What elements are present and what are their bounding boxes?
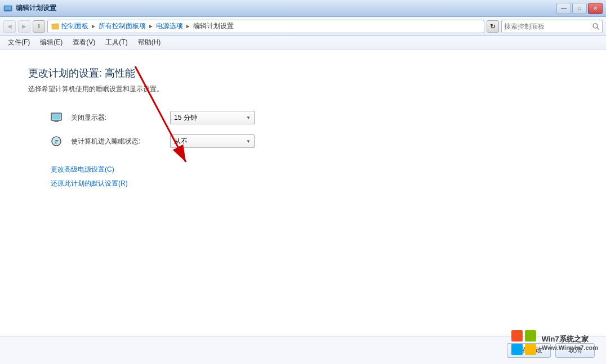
menu-bar: 文件(F) 编辑(E) 查看(V) 工具(T) 帮助(H) xyxy=(0,36,606,50)
close-button[interactable]: ✕ xyxy=(588,3,603,14)
display-label: 关闭显示器: xyxy=(71,113,161,123)
search-bar xyxy=(501,20,603,33)
links-section: 更改高级电源设置(C) 还原此计划的默认设置(R) xyxy=(51,165,578,188)
breadcrumb-part4: 编辑计划设置 xyxy=(193,21,234,31)
search-icon xyxy=(592,23,600,30)
monitor-icon xyxy=(51,112,62,123)
menu-edit[interactable]: 编辑(E) xyxy=(35,37,67,48)
window-icon xyxy=(3,4,12,13)
minimize-button[interactable]: — xyxy=(556,3,571,14)
svg-rect-1 xyxy=(5,6,11,10)
sleep-label: 使计算机进入睡眠状态: xyxy=(71,137,161,146)
breadcrumb-bar: 控制面板 ► 所有控制面板项 ► 电源选项 ► 编辑计划设置 xyxy=(47,20,484,33)
display-dropdown[interactable]: 15 分钟 ▼ xyxy=(170,111,255,124)
window-controls: — □ ✕ xyxy=(556,3,603,14)
breadcrumb-arrow-2: ► xyxy=(148,23,154,29)
up-button[interactable]: ⇧ xyxy=(33,20,45,33)
settings-section: 关闭显示器: 15 分钟 ▼ z z 使计算机进入 xyxy=(51,111,578,148)
menu-view[interactable]: 查看(V) xyxy=(68,37,100,48)
search-input[interactable] xyxy=(504,23,590,30)
svg-line-4 xyxy=(597,28,599,30)
breadcrumb-arrow-1: ► xyxy=(91,23,96,29)
menu-tools[interactable]: 工具(T) xyxy=(101,37,132,48)
forward-button[interactable]: ▶ xyxy=(18,20,30,33)
maximize-button[interactable]: □ xyxy=(572,3,587,14)
content-area: 更改计划的设置: 高性能 选择希望计算机使用的睡眠设置和显示设置。 关闭显示器: xyxy=(0,50,606,336)
window-title: 编辑计划设置 xyxy=(16,3,56,13)
breadcrumb-part2[interactable]: 所有控制面板项 xyxy=(99,21,146,31)
title-bar: 编辑计划设置 — □ ✕ xyxy=(0,0,606,17)
bottom-area: 保存修改 取消 xyxy=(0,336,606,364)
breadcrumb-part1[interactable]: 控制面板 xyxy=(61,21,88,31)
address-bar: ◀ ▶ ⇧ 控制面板 ► 所有控制面板项 ► 电源选项 ► 编辑计划设置 ↻ xyxy=(0,17,606,36)
page-subtitle: 选择希望计算机使用的睡眠设置和显示设置。 xyxy=(28,84,578,94)
svg-text:z: z xyxy=(56,138,59,143)
back-button[interactable]: ◀ xyxy=(3,20,16,33)
svg-rect-7 xyxy=(55,120,58,122)
svg-rect-6 xyxy=(52,114,60,119)
folder-icon xyxy=(51,23,59,30)
sleep-icon: z z xyxy=(51,136,62,147)
sleep-value: 从不 xyxy=(174,137,188,146)
sleep-setting-row: z z 使计算机进入睡眠状态: 从不 ▼ xyxy=(51,134,578,148)
menu-file[interactable]: 文件(F) xyxy=(3,37,34,48)
svg-rect-8 xyxy=(54,122,59,122)
menu-help[interactable]: 帮助(H) xyxy=(133,37,166,48)
breadcrumb-part3[interactable]: 电源选项 xyxy=(156,21,183,31)
save-button[interactable]: 保存修改 xyxy=(507,343,551,358)
svg-rect-2 xyxy=(6,11,10,11)
restore-defaults-link[interactable]: 还原此计划的默认设置(R) xyxy=(51,179,578,188)
cancel-button[interactable]: 取消 xyxy=(555,343,595,358)
advanced-power-link[interactable]: 更改高级电源设置(C) xyxy=(51,165,578,174)
display-setting-row: 关闭显示器: 15 分钟 ▼ xyxy=(51,111,578,124)
refresh-button[interactable]: ↻ xyxy=(487,20,499,33)
dropdown-arrow-display: ▼ xyxy=(246,115,251,120)
svg-point-3 xyxy=(593,24,598,28)
sleep-dropdown[interactable]: 从不 ▼ xyxy=(170,134,255,148)
main-content: 更改计划的设置: 高性能 选择希望计算机使用的睡眠设置和显示设置。 关闭显示器: xyxy=(0,50,606,364)
display-value: 15 分钟 xyxy=(174,113,197,123)
dropdown-arrow-sleep: ▼ xyxy=(246,139,251,144)
breadcrumb-arrow-3: ► xyxy=(185,23,191,29)
page-title: 更改计划的设置: 高性能 xyxy=(28,66,578,80)
